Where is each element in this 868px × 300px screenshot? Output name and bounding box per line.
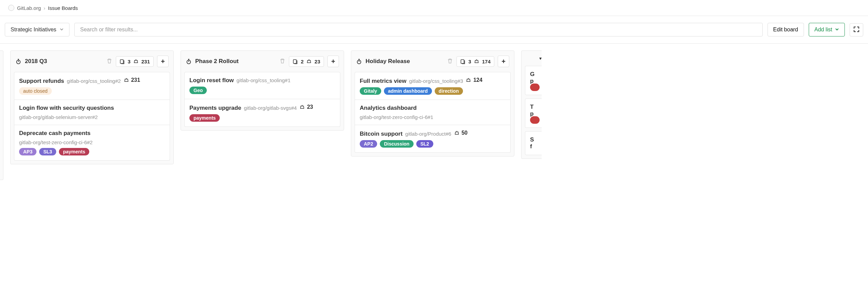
card-title: Login flow with security questions [19,105,114,111]
weight-icon [474,59,479,64]
add-card-button[interactable]: + [498,56,509,67]
card-title: Bitcoin support [360,131,403,137]
weight-icon [124,77,129,83]
list-title-text: 2018 Q3 [25,58,47,65]
breadcrumb-org[interactable]: GitLab.org [17,5,41,11]
expand-icon [853,26,859,32]
delete-list-button[interactable] [106,58,112,65]
list-count: 3 [468,59,471,64]
list-title-text: Phase 2 Rollout [195,58,239,65]
card-weight: 231 [124,77,140,83]
fullscreen-button[interactable] [850,23,863,36]
label[interactable]: SL3 [39,148,56,155]
card-title: Full metrics view [360,78,406,85]
card-title: Login reset flow [189,77,234,84]
label[interactable]: AP2 [360,140,377,148]
list-sliver-prev[interactable] [0,50,3,180]
board-list-partial[interactable]: ▾ G p T p S f [521,50,542,159]
cards-icon [120,59,125,64]
issue-card[interactable]: Deprecate cash payments gitlab-org/test-… [14,125,170,161]
cards-container: Support refunds gitlab-org/css_tooling#2… [11,72,173,164]
chevron-down-icon [60,27,64,33]
list-title: Holiday Release [356,58,444,65]
board-selector[interactable]: Strategic Initiatives [5,23,69,36]
list-counter: 3 231 [116,56,154,67]
board-list: Holiday Release 3 174 + Full metrics vie… [351,50,514,156]
breadcrumb-page[interactable]: Issue Boards [48,5,78,11]
label[interactable]: admin dashboard [384,87,432,95]
delete-list-button[interactable] [447,58,453,65]
label [530,116,540,124]
card-weight: 23 [299,104,313,110]
card-ref: gitlab-org/gitlab-selenium-server#2 [19,114,165,120]
cards-container: Login reset flow gitlab-org/css_tooling#… [181,72,344,130]
trash-icon [279,58,285,64]
card-ref: gitlab-org/css_tooling#2 [67,78,121,84]
cards-container: Full metrics view gitlab-org/css_tooling… [351,72,514,156]
weight-icon [299,104,305,110]
svg-rect-5 [461,60,464,63]
add-list-button[interactable]: Add list [809,23,845,36]
stopwatch-icon [186,58,192,64]
issue-card[interactable]: Bitcoin support gitlab-org/Product#6 50 … [355,125,511,153]
breadcrumb-separator: › [44,5,45,11]
issue-card[interactable]: Analytics dashboard gitlab-org/test-zero… [355,100,511,125]
list-weight: 174 [482,59,491,64]
issue-card[interactable]: G p [525,66,542,95]
toolbar: Strategic Initiatives Edit board Add lis… [0,16,868,44]
label[interactable]: Gitaly [360,87,381,95]
card-ref: gitlab-org/Product#6 [405,131,451,137]
card-title: S [530,136,537,143]
chevron-down-icon [835,27,839,33]
label[interactable]: AP3 [19,148,36,155]
issue-card[interactable]: Full metrics view gitlab-org/css_tooling… [355,72,511,100]
svg-rect-1 [120,60,123,63]
list-weight: 23 [314,59,320,64]
list-title-text: Holiday Release [366,58,410,65]
search-input[interactable] [74,23,762,36]
board-name: Strategic Initiatives [11,27,56,33]
label[interactable]: direction [435,87,463,95]
board-list: Phase 2 Rollout 2 23 + Login reset flow … [181,50,344,131]
cards-icon [293,59,298,64]
list-title: Phase 2 Rollout [186,58,276,65]
card-title: Support refunds [19,78,64,85]
label[interactable]: payments [59,148,89,155]
list-count: 3 [128,59,130,64]
issue-card[interactable]: Support refunds gitlab-org/css_tooling#2… [14,72,170,100]
list-counter: 2 23 [289,56,324,67]
label[interactable]: Geo [189,87,207,94]
label[interactable]: auto closed [19,87,52,95]
list-header: Holiday Release 3 174 + [351,51,514,72]
card-ref: gitlab-org/css_tooling#1 [236,77,290,83]
issue-card[interactable]: S f [525,131,542,155]
card-title: T [530,104,537,110]
issue-card[interactable]: Login reset flow gitlab-org/css_tooling#… [184,72,340,99]
org-avatar [8,5,14,11]
cards-icon [460,59,466,64]
label[interactable]: SL2 [416,140,433,148]
delete-list-button[interactable] [279,58,285,65]
issue-card[interactable]: T p [525,99,542,128]
list-weight: 231 [141,59,150,64]
edit-board-button[interactable]: Edit board [768,23,804,36]
list-header: Phase 2 Rollout 2 23 + [181,51,344,72]
add-card-button[interactable]: + [327,56,339,67]
issue-card[interactable]: Login flow with security questions gitla… [14,100,170,125]
weight-icon [306,59,312,64]
issue-card[interactable]: Payments upgrade gitlab-org/gitlab-svgs#… [184,99,340,127]
card-title: Payments upgrade [189,105,241,111]
label[interactable]: payments [189,114,220,122]
card-ref: gitlab-org/test-zero-config-ci-6#1 [360,114,506,120]
list-count: 2 [301,59,304,64]
card-ref: gitlab-org/test-zero-config-ci-6#2 [19,139,165,145]
add-card-button[interactable]: + [157,56,169,67]
trash-icon [447,58,453,64]
list-title: 2018 Q3 [15,58,103,65]
label [530,84,540,91]
card-title: Deprecate cash payments [19,130,91,137]
list-header: 2018 Q3 3 231 + [11,51,173,72]
label[interactable]: Discussion [380,140,414,148]
add-list-label: Add list [815,27,832,33]
card-ref: gitlab-org/gitlab-svgs#4 [244,105,297,111]
